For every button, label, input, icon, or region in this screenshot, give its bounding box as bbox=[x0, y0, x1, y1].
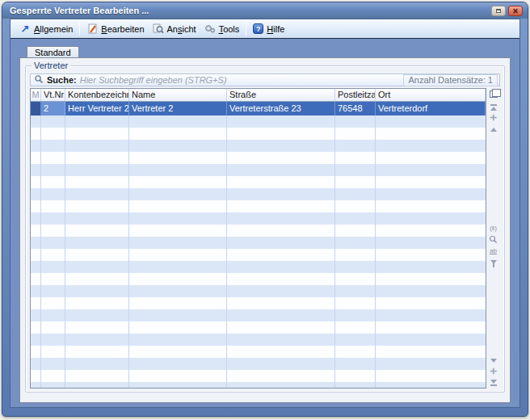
cell-postleitzahl[interactable]: 76548 bbox=[335, 102, 376, 116]
edit-note-icon bbox=[86, 23, 98, 35]
scroll-to-bottom-icon[interactable] bbox=[490, 377, 497, 388]
tab-page: Vertreter Suche: Hier Suchbegriff eingeb… bbox=[19, 57, 511, 403]
column-separator bbox=[128, 116, 129, 388]
window-title: Gesperrte Vertreter Bearbeiten ... bbox=[10, 6, 489, 15]
table-row[interactable]: 2 Herr Vertreter 2 Vertreter 2 Vertreter… bbox=[31, 102, 486, 116]
column-width-icon[interactable]: (‖) bbox=[490, 222, 497, 233]
data-grid[interactable]: M Vt.Nr Kontenbezeichnung Name Straße Po… bbox=[30, 88, 486, 388]
menu-bar: ↗ Allgemein Bearbeiten Ansicht T bbox=[11, 19, 519, 39]
column-separator bbox=[375, 116, 376, 388]
tab-standard[interactable]: Standard bbox=[27, 46, 79, 58]
zoom-icon[interactable] bbox=[489, 233, 498, 245]
scroll-to-top-icon[interactable] bbox=[490, 101, 497, 112]
page-up-icon[interactable] bbox=[490, 124, 497, 135]
close-button[interactable] bbox=[508, 6, 523, 16]
menu-item-bearbeiten[interactable]: Bearbeiten bbox=[82, 22, 148, 36]
search-bar[interactable]: Suche: Hier Suchbegriff eingeben (STRG+S… bbox=[30, 74, 500, 86]
restore-icon bbox=[496, 9, 501, 13]
window-background: Standard Vertreter Suche: Hier Suchbegri… bbox=[11, 39, 519, 407]
cell-strasse[interactable]: Vertreterstraße 23 bbox=[227, 102, 335, 116]
filter-icon[interactable] bbox=[490, 256, 497, 267]
menu-label-tools: Tools bbox=[219, 24, 240, 34]
menu-label-allgemein: Allgemein bbox=[34, 24, 73, 34]
cell-ort[interactable]: Vertreterdorf bbox=[376, 102, 486, 116]
restore-button[interactable] bbox=[491, 6, 506, 16]
menu-item-tools[interactable]: Tools bbox=[200, 22, 244, 36]
edit-mode-icon[interactable]: ab bbox=[490, 245, 497, 256]
column-separator bbox=[334, 116, 335, 388]
menu-item-allgemein[interactable]: ↗ Allgemein bbox=[15, 22, 77, 36]
search-label: Suche: bbox=[47, 75, 77, 85]
tab-strip: Standard bbox=[19, 46, 511, 58]
move-up-icon[interactable]: ✛ bbox=[490, 112, 496, 124]
column-separator bbox=[65, 116, 65, 388]
column-header-m[interactable]: M bbox=[31, 89, 41, 101]
window-frame: ↗ Allgemein Bearbeiten Ansicht T bbox=[10, 19, 520, 408]
menu-label-bearbeiten: Bearbeiten bbox=[101, 24, 144, 34]
column-header-postleitzahl[interactable]: Postleitzahl bbox=[335, 89, 376, 101]
groupbox-label: Vertreter bbox=[32, 61, 70, 70]
app-window: Gesperrte Vertreter Bearbeiten ... ↗ All… bbox=[2, 2, 528, 417]
close-icon bbox=[513, 6, 518, 15]
grid-nav-strip: ✛ (‖) ab ✛ bbox=[486, 88, 500, 388]
arrow-up-right-icon: ↗ bbox=[19, 23, 31, 35]
toolbar-separator bbox=[79, 22, 80, 36]
grid-area: M Vt.Nr Kontenbezeichnung Name Straße Po… bbox=[30, 88, 500, 388]
column-header-ort[interactable]: Ort bbox=[376, 89, 486, 101]
column-separator bbox=[40, 116, 41, 388]
column-separator bbox=[226, 116, 227, 388]
help-icon bbox=[253, 23, 263, 34]
menu-label-ansicht: Ansicht bbox=[167, 24, 196, 34]
move-down-icon[interactable]: ✛ bbox=[490, 366, 496, 377]
grid-empty-area[interactable] bbox=[31, 116, 486, 388]
page-down-icon[interactable] bbox=[490, 355, 497, 366]
cell-name[interactable]: Vertreter 2 bbox=[129, 102, 227, 116]
cell-vtnr[interactable]: 2 bbox=[41, 102, 65, 116]
column-header-strasse[interactable]: Straße bbox=[227, 89, 335, 101]
record-count: Anzahl Datensätze: 1 bbox=[403, 74, 498, 86]
column-header-vtnr[interactable]: Vt.Nr bbox=[41, 89, 65, 101]
toolbar-separator bbox=[246, 22, 246, 36]
menu-label-hilfe: Hilfe bbox=[267, 24, 284, 34]
grid-header-row: M Vt.Nr Kontenbezeichnung Name Straße Po… bbox=[31, 89, 486, 102]
column-header-kontenbezeichnung[interactable]: Kontenbezeichnung bbox=[65, 89, 129, 101]
column-header-name[interactable]: Name bbox=[129, 89, 227, 101]
menu-item-ansicht[interactable]: Ansicht bbox=[149, 22, 200, 36]
search-icon bbox=[34, 74, 44, 86]
cell-kontenbezeichnung[interactable]: Herr Vertreter 2 bbox=[65, 102, 129, 116]
vertreter-groupbox: Vertreter Suche: Hier Suchbegriff eingeb… bbox=[25, 65, 505, 393]
menu-item-hilfe[interactable]: Hilfe bbox=[249, 22, 288, 36]
gears-icon bbox=[204, 23, 216, 35]
column-chooser-icon[interactable] bbox=[490, 90, 498, 98]
cell-m[interactable] bbox=[31, 102, 41, 116]
view-magnifier-icon bbox=[153, 23, 164, 35]
search-input[interactable]: Hier Suchbegriff eingeben (STRG+S) bbox=[80, 75, 401, 85]
titlebar[interactable]: Gesperrte Vertreter Bearbeiten ... bbox=[2, 2, 528, 19]
